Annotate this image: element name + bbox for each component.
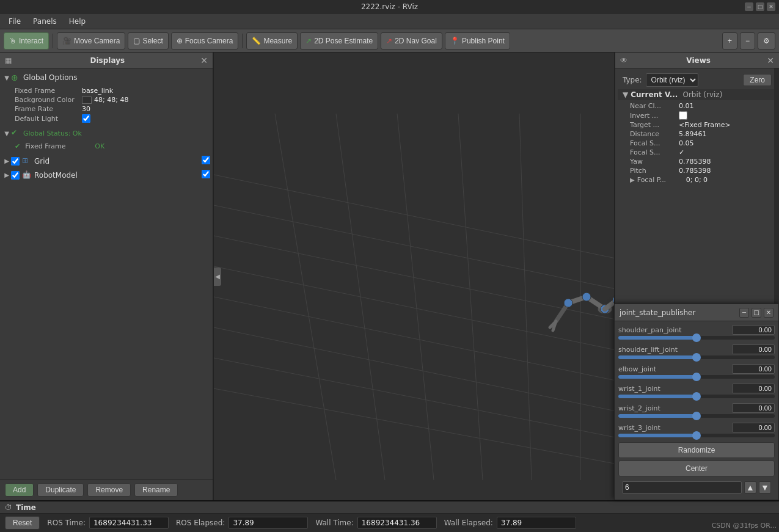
pitch-value[interactable]: 0.785398 (679, 167, 711, 175)
nav-goal-button[interactable]: ↗ 2D Nav Goal (381, 32, 442, 49)
focal-s1-value[interactable]: 0.05 (679, 139, 694, 147)
robot-model-row[interactable]: ▶ 🤖 RobotModel (0, 169, 213, 181)
time-title: Time (16, 503, 36, 512)
default-light-label: Default Light (15, 115, 82, 123)
robot-model-item: ▶ 🤖 RobotModel (0, 168, 213, 182)
global-options-row[interactable]: ▼ ⊕ Global Options (0, 71, 213, 84)
views-close-button[interactable]: ✕ (767, 56, 774, 65)
focal-p-expand[interactable]: ▶ (630, 177, 635, 183)
interact-button[interactable]: 🖱 Interact (4, 32, 49, 49)
ros-elapsed-value: 37.89 (229, 517, 308, 529)
add-button[interactable]: Add (5, 483, 34, 497)
jsp-spinner-up[interactable]: ▲ (744, 481, 756, 494)
joint-row-5: wrist_3_joint (618, 423, 775, 437)
joint-input-4[interactable] (732, 403, 775, 413)
joint-slider-thumb-0[interactable] (692, 333, 701, 342)
global-status-row[interactable]: ▼ ✔ Global Status: Ok (0, 127, 213, 139)
jsp-buttons: − □ ✕ (739, 308, 774, 318)
focal-p-row: ▶ Focal P... 0; 0; 0 (630, 175, 772, 184)
near-clip-value[interactable]: 0.01 (679, 102, 694, 110)
robot-svg (214, 53, 614, 500)
joint-slider-3[interactable] (618, 395, 775, 398)
frame-rate-value[interactable]: 30 (82, 105, 90, 113)
robot-model-vis-checkbox[interactable] (202, 170, 210, 178)
displays-close-button[interactable]: ✕ (200, 56, 208, 65)
grid-row[interactable]: ▶ ⊞ Grid (0, 155, 213, 167)
statusbar: ⏱ Time Reset ROS Time: 1689234431.33 ROS… (0, 500, 779, 532)
joint-input-0[interactable] (732, 325, 775, 335)
menu-help[interactable]: Help (63, 16, 92, 27)
grid-checkbox[interactable] (11, 157, 20, 166)
current-view-header[interactable]: ▼ Current V... Orbit (rviz) (618, 89, 777, 100)
focal-p-value[interactable]: 0; 0; 0 (686, 176, 708, 184)
views-type-select[interactable]: Orbit (rviz) (646, 73, 698, 87)
grid-vis-checkbox[interactable] (202, 156, 210, 164)
robot-model-icon: 🤖 (22, 170, 32, 180)
focal-s2-row: Focal S... ✓ (630, 148, 772, 157)
randomize-button[interactable]: Randomize (618, 442, 775, 458)
joint-slider-0[interactable] (618, 336, 775, 340)
menu-file[interactable]: File (2, 16, 27, 27)
joint-slider-thumb-4[interactable] (692, 412, 701, 420)
close-btn[interactable]: ✕ (767, 2, 775, 11)
menu-panels[interactable]: Panels (27, 16, 63, 27)
color-swatch[interactable] (82, 97, 92, 104)
joint-slider-thumb-3[interactable] (692, 392, 701, 401)
focal-p-label: Focal P... (637, 176, 686, 184)
minus-button[interactable]: − (740, 32, 755, 49)
center-button[interactable]: Center (618, 461, 775, 476)
joint-input-5[interactable] (732, 423, 775, 432)
publish-point-button[interactable]: 📍 Publish Point (445, 32, 510, 49)
focal-s1-label: Focal S... (630, 139, 679, 147)
invert-checkbox[interactable] (679, 111, 687, 120)
focus-camera-button[interactable]: ⊕ Focus Camera (171, 32, 239, 49)
yaw-value[interactable]: 0.785398 (679, 158, 711, 166)
collapse-handle[interactable]: ◀ (214, 268, 221, 286)
view-props: Near Cl... 0.01 Invert ... Target ... <F… (618, 100, 777, 186)
focal-s2-value: ✓ (679, 148, 684, 156)
time-icon: ⏱ (5, 503, 12, 512)
settings-button[interactable]: ⚙ (758, 32, 775, 49)
3d-viewport[interactable]: ◀ (214, 53, 614, 500)
select-button[interactable]: ▢ Select (128, 32, 168, 49)
minimize-btn[interactable]: − (745, 2, 753, 11)
reset-button[interactable]: Reset (5, 516, 40, 530)
robot-model-label: RobotModel (34, 171, 78, 180)
robot-model-checkbox[interactable] (11, 171, 20, 180)
jsp-float-btn[interactable]: □ (752, 308, 761, 318)
distance-label: Distance (630, 130, 679, 138)
fixed-frame-value[interactable]: base_link (82, 87, 113, 95)
select-icon: ▢ (133, 37, 140, 45)
joint-slider-1[interactable] (618, 355, 775, 359)
pose-estimate-button[interactable]: ↗ 2D Pose Estimate (300, 32, 378, 49)
joint-slider-2[interactable] (618, 375, 775, 379)
remove-button[interactable]: Remove (87, 483, 131, 497)
joint-input-1[interactable] (732, 344, 775, 354)
maximize-btn[interactable]: □ (756, 2, 764, 11)
joint-slider-thumb-1[interactable] (692, 353, 701, 362)
joint-input-2[interactable] (732, 364, 775, 374)
distance-value[interactable]: 5.89461 (679, 130, 707, 138)
toolbar: 🖱 Interact 🎥 Move Camera ▢ Select ⊕ Focu… (0, 29, 779, 53)
move-camera-icon: 🎥 (62, 37, 71, 45)
measure-button[interactable]: 📏 Measure (246, 32, 298, 49)
duplicate-button[interactable]: Duplicate (37, 483, 84, 497)
joint-input-3[interactable] (732, 384, 775, 393)
rename-button[interactable]: Rename (134, 483, 178, 497)
joint-slider-5[interactable] (618, 434, 775, 437)
default-light-checkbox[interactable] (82, 114, 90, 123)
move-camera-button[interactable]: 🎥 Move Camera (57, 32, 125, 49)
jsp-close-btn[interactable]: ✕ (764, 308, 774, 318)
joint-slider-thumb-2[interactable] (692, 373, 701, 381)
jsp-spinner-down[interactable]: ▼ (759, 481, 771, 494)
robot-model-arrow: ▶ (2, 172, 11, 178)
jsp-spinner-input[interactable] (622, 481, 742, 494)
jsp-minimize-btn[interactable]: − (739, 308, 749, 318)
target-value[interactable]: <Fixed Frame> (679, 121, 731, 129)
plus-button[interactable]: + (722, 32, 737, 49)
joint-slider-thumb-5[interactable] (692, 431, 701, 440)
views-icon: 👁 (620, 56, 627, 65)
views-zero-button[interactable]: Zero (743, 74, 772, 86)
joint-slider-4[interactable] (618, 414, 775, 418)
fixed-frame-prop: Fixed Frame base_link (15, 86, 208, 95)
